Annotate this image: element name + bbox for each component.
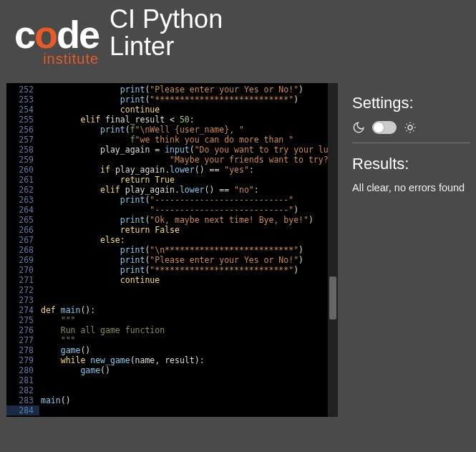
logo-subtext: institute [43, 51, 99, 67]
code-editor[interactable]: 252 print("Please enter your Yes or No!"… [6, 83, 338, 417]
line-number: 253 [6, 95, 39, 105]
theme-switch[interactable] [372, 121, 397, 134]
line-number: 256 [6, 125, 39, 135]
page-title: CI Python Linter [110, 6, 223, 60]
code-content: def main(): [39, 305, 95, 315]
code-line[interactable]: 261 return True [6, 175, 338, 185]
code-line[interactable]: 267 else: [6, 235, 338, 245]
code-line[interactable]: 264 "---------------------------") [6, 205, 338, 215]
code-content: continue [39, 275, 160, 285]
code-content: game() [39, 345, 90, 355]
code-line[interactable]: 274def main(): [6, 305, 338, 315]
code-line[interactable]: 269 print("Please enter your Yes or No!"… [6, 255, 338, 265]
code-line[interactable]: 253 print("***************************") [6, 95, 338, 105]
line-number: 277 [6, 335, 39, 345]
code-line[interactable]: 273 [6, 295, 338, 305]
line-number: 278 [6, 345, 39, 355]
code-line[interactable]: 256 print(f"\nWell {user_name}, " [6, 125, 338, 135]
code-content: print("***************************") [39, 265, 298, 275]
editor-scrollbar[interactable] [328, 83, 338, 417]
code-line[interactable]: 284 [6, 405, 338, 415]
line-number: 268 [6, 245, 39, 255]
code-line[interactable]: 254 continue [6, 105, 338, 115]
line-number: 270 [6, 265, 39, 275]
code-content: return False [39, 225, 180, 235]
code-content: print("Ok, maybe next time! Bye, bye!") [39, 215, 314, 225]
code-content: while new_game(name, result): [39, 355, 205, 365]
code-content: "---------------------------") [39, 205, 298, 215]
code-content: print("---------------------------" [39, 195, 293, 205]
line-number: 267 [6, 235, 39, 245]
line-number: 272 [6, 285, 39, 295]
code-content: elif play_again.lower() == "no": [39, 185, 259, 195]
code-line[interactable]: 279 while new_game(name, result): [6, 355, 338, 365]
line-number: 284 [6, 405, 39, 415]
line-number: 274 [6, 305, 39, 315]
line-number: 273 [6, 295, 39, 305]
code-content: game() [39, 365, 110, 375]
code-line[interactable]: 257 f"we think you can do more than " [6, 135, 338, 145]
settings-heading: Settings: [352, 94, 470, 112]
moon-icon [352, 121, 365, 134]
code-line[interactable]: 260 if play_again.lower() == "yes": [6, 165, 338, 175]
code-line[interactable]: 259 "Maybe your friends want to try? (Ye… [6, 155, 338, 165]
code-line[interactable]: 252 print("Please enter your Yes or No!"… [6, 85, 338, 95]
code-content: if play_again.lower() == "yes": [39, 165, 254, 175]
code-content: "Maybe your friends want to try? (Yes / … [39, 155, 338, 165]
code-content [39, 295, 41, 305]
code-line[interactable]: 272 [6, 285, 338, 295]
line-number: 279 [6, 355, 39, 365]
line-number: 283 [6, 395, 39, 405]
title-line-2: Linter [110, 33, 223, 60]
line-number: 259 [6, 155, 39, 165]
code-content: print("***************************") [39, 95, 298, 105]
code-line[interactable]: 275 """ [6, 315, 338, 325]
code-content: """ [39, 315, 75, 325]
code-content: continue [39, 105, 160, 115]
svg-line-4 [413, 130, 414, 131]
code-content: play_again = input("Do you want to try y… [39, 145, 338, 155]
line-number: 258 [6, 145, 39, 155]
code-line[interactable]: 278 game() [6, 345, 338, 355]
code-line[interactable]: 262 elif play_again.lower() == "no": [6, 185, 338, 195]
code-line[interactable]: 270 print("***************************") [6, 265, 338, 275]
svg-point-0 [408, 125, 412, 130]
code-content: """ [39, 335, 75, 345]
code-line[interactable]: 258 play_again = input("Do you want to t… [6, 145, 338, 155]
code-content: print(f"\nWell {user_name}, " [39, 125, 244, 135]
code-line[interactable]: 276 Run all game function [6, 325, 338, 335]
code-content [39, 385, 41, 395]
code-line[interactable]: 277 """ [6, 335, 338, 345]
code-line[interactable]: 282 [6, 385, 338, 395]
sidebar: Settings: Results: All clear, no errors … [338, 83, 470, 417]
line-number: 261 [6, 175, 39, 185]
title-line-1: CI Python [110, 6, 223, 33]
divider [352, 143, 470, 143]
line-number: 281 [6, 375, 39, 385]
code-content: Run all game function [39, 325, 165, 335]
scrollbar-thumb[interactable] [329, 277, 336, 319]
line-number: 252 [6, 85, 39, 95]
code-line[interactable]: 255 elif final_result < 50: [6, 115, 338, 125]
results-text: All clear, no errors found [352, 182, 470, 193]
line-number: 266 [6, 225, 39, 235]
line-number: 265 [6, 215, 39, 225]
code-line[interactable]: 266 return False [6, 225, 338, 235]
theme-toggle-row [352, 121, 470, 134]
code-line[interactable]: 265 print("Ok, maybe next time! Bye, bye… [6, 215, 338, 225]
code-line[interactable]: 280 game() [6, 365, 338, 375]
code-content: else: [39, 235, 125, 245]
line-number: 262 [6, 185, 39, 195]
code-line[interactable]: 283main() [6, 395, 338, 405]
line-number: 260 [6, 165, 39, 175]
code-line[interactable]: 271 continue [6, 275, 338, 285]
code-line[interactable]: 263 print("---------------------------" [6, 195, 338, 205]
line-number: 275 [6, 315, 39, 325]
line-number: 263 [6, 195, 39, 205]
code-content [39, 375, 41, 385]
svg-line-3 [407, 123, 407, 124]
code-line[interactable]: 281 [6, 375, 338, 385]
line-number: 276 [6, 325, 39, 335]
code-line[interactable]: 268 print("\n**************************"… [6, 245, 338, 255]
code-content: elif final_result < 50: [39, 115, 195, 125]
